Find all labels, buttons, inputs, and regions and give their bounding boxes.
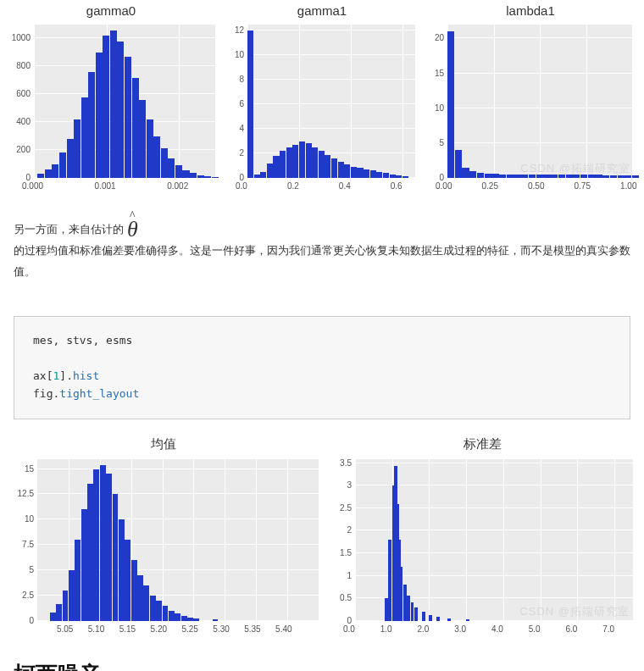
histogram-bar — [45, 169, 52, 178]
histogram-bar — [447, 618, 451, 621]
histogram-bar — [462, 168, 469, 178]
code-line-3: fig.tight_layout — [33, 387, 139, 400]
histogram-bar — [580, 175, 587, 178]
histogram-bar — [150, 596, 156, 621]
histogram-bar — [403, 585, 407, 620]
histogram-bar — [411, 602, 414, 620]
chart-gamma1: gamma1 0246810120.00.20.40.6 — [225, 3, 419, 195]
histogram-bar — [125, 57, 131, 178]
histogram-bar — [390, 175, 396, 178]
histogram-bar — [312, 147, 318, 178]
histogram-bar — [106, 474, 112, 620]
histogram-bar — [299, 141, 305, 178]
code-line-1: mes, stvs, esms — [33, 334, 132, 347]
histogram-bar — [376, 172, 382, 178]
histogram-bar — [325, 155, 330, 179]
histogram-bar — [566, 175, 573, 178]
histogram-bar — [370, 170, 376, 178]
histogram-bar — [357, 168, 363, 178]
histogram-bar — [56, 604, 62, 620]
histogram-bar — [169, 611, 175, 621]
histogram-bar — [103, 36, 109, 178]
histogram-bar — [499, 175, 506, 178]
histogram-bar — [625, 175, 631, 178]
histogram-bar — [187, 618, 193, 621]
histogram-bar — [331, 158, 337, 178]
histogram-bar — [286, 147, 292, 178]
histogram-bar — [52, 164, 58, 178]
code-block: mes, stvs, esms ax[1].hist fig.tight_lay… — [14, 316, 630, 419]
histogram-bar — [212, 177, 219, 178]
histogram-bar — [139, 100, 146, 178]
histogram-bar — [260, 172, 266, 178]
histogram-bar — [618, 175, 625, 178]
histogram-bar — [88, 72, 95, 178]
histogram-bar — [96, 53, 103, 178]
chart-mean: 均值 02.557.51012.5155.055.105.155.205.255… — [7, 436, 320, 638]
histogram-bar — [131, 560, 137, 621]
para-text-2: 的过程均值和标准偏差要准确得多。这是一件好事，因为我们通常更关心恢复未知数据生成… — [14, 241, 630, 282]
histogram-bar — [110, 30, 117, 178]
histogram-bar — [491, 174, 498, 178]
chart-lambda1: lambda1 CSDN @拓端研究室 051015200.000.250.50… — [425, 3, 636, 195]
histogram-bar — [81, 97, 88, 178]
histogram-bar — [168, 158, 175, 178]
histogram-bar — [117, 42, 124, 178]
histogram-bar — [175, 165, 182, 178]
histogram-bar — [69, 570, 75, 621]
histogram-bar — [193, 618, 199, 620]
histogram-bar — [385, 598, 388, 621]
histogram-bar — [75, 540, 80, 621]
histogram-bar — [422, 612, 425, 621]
histogram-bar — [247, 30, 253, 178]
histogram-bar — [125, 540, 130, 621]
histogram-bar — [351, 167, 357, 178]
histogram-bar — [402, 176, 408, 178]
histogram-bar — [161, 148, 168, 178]
histogram-bar — [153, 136, 160, 178]
histogram-bar — [558, 175, 565, 178]
chart-gamma0: gamma0 020040060080010000.0000.0010.002 — [3, 3, 219, 195]
chart-title: gamma0 — [86, 3, 136, 18]
theta-hat-symbol: θ — [127, 219, 138, 241]
para-text-1: 另一方面，来自估计的 — [14, 219, 124, 241]
chart-std: 标准差 CSDN @拓端研究室 00.511.522.533.50.01.02.… — [327, 436, 637, 638]
histogram-bar — [254, 175, 260, 178]
histogram-bar — [280, 151, 286, 178]
histogram-bar — [119, 519, 125, 620]
plot-mean: 02.557.51012.5155.055.105.155.205.255.30… — [7, 456, 320, 638]
histogram-bar — [50, 613, 56, 621]
histogram-bar — [388, 540, 391, 621]
histogram-bar — [338, 162, 344, 178]
histogram-bar — [551, 175, 558, 178]
histogram-bar — [100, 465, 106, 621]
histogram-bar — [81, 509, 87, 620]
histogram-bar — [182, 170, 189, 178]
histogram-bar — [447, 31, 454, 178]
histogram-bar — [632, 175, 639, 178]
histogram-bar — [156, 601, 162, 621]
histogram-bar — [143, 585, 149, 621]
histogram-bar — [455, 150, 462, 178]
histogram-bar — [529, 175, 536, 178]
histogram-bar — [399, 567, 402, 621]
histogram-bar — [306, 143, 312, 178]
histogram-bar — [137, 575, 143, 621]
histogram-bar — [543, 175, 550, 178]
plot-gamma0: 020040060080010000.0000.0010.002 — [3, 21, 219, 195]
histogram-bar — [292, 145, 298, 178]
plot-std: CSDN @拓端研究室 00.511.522.533.50.01.02.03.0… — [330, 456, 635, 638]
chart-title: gamma1 — [297, 3, 347, 18]
histogram-bar — [190, 173, 197, 178]
histogram-bar — [67, 139, 74, 178]
histogram-bar — [63, 591, 69, 621]
histogram-bar — [87, 484, 93, 620]
histogram-bar — [132, 78, 139, 178]
plot-lambda1: CSDN @拓端研究室 051015200.000.250.500.751.00 — [425, 21, 636, 195]
code-line-2: ax[1].hist — [33, 369, 99, 382]
histogram-bar — [364, 169, 369, 178]
histogram-bar — [74, 119, 80, 178]
histogram-bar — [181, 616, 187, 621]
histogram-bar — [147, 119, 153, 178]
charts-row-top: gamma0 020040060080010000.0000.0010.002 … — [3, 3, 641, 195]
